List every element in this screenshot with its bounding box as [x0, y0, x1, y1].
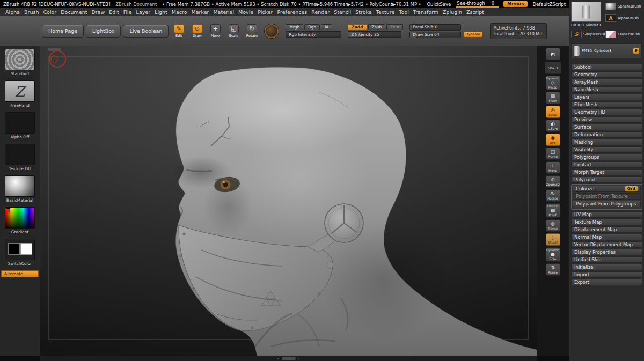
menu-item[interactable]: Layer — [134, 9, 153, 16]
tool-section-row[interactable]: Import — [571, 271, 642, 278]
simple-brush[interactable]: S SimpleBrush — [571, 31, 606, 38]
dynamic-persp-button[interactable]: Dynamic ◇ Persp — [546, 76, 560, 90]
tool-section-row[interactable]: Normal Map — [571, 234, 642, 240]
dynamic-toggle[interactable]: Dynamic — [464, 32, 482, 37]
menu-item[interactable]: Marker — [189, 9, 211, 16]
menu-item[interactable]: Tool — [397, 9, 411, 16]
menu-item[interactable]: Document — [58, 9, 89, 16]
focal-shift-slider[interactable]: Focal Shift 0 — [409, 24, 461, 31]
main-color-swatch[interactable] — [8, 243, 20, 255]
tool-section-row[interactable]: Morph Target — [571, 169, 642, 175]
color-picker[interactable]: Gradient — [0, 207, 40, 234]
tool-section-row[interactable]: Export — [571, 279, 642, 285]
tool-section-row[interactable]: Geometry HD — [571, 109, 642, 115]
menu-item[interactable]: Transform — [411, 9, 441, 16]
menu-item[interactable]: File — [121, 9, 134, 16]
quicksave-button[interactable]: QuickSave — [427, 2, 451, 7]
menu-item[interactable]: Stroke — [353, 9, 374, 16]
tool-section-row[interactable]: Display Properties — [571, 249, 642, 255]
tool-section-row[interactable]: UV Map — [571, 211, 642, 218]
section-polypaint[interactable]: Polypaint — [571, 176, 642, 183]
scale-button[interactable]: ◱ Scale — [225, 20, 241, 42]
tool-section-row[interactable]: Layers — [571, 94, 642, 100]
solo-button[interactable]: Dynamic ● Solo — [546, 247, 560, 262]
menu-item[interactable]: Color — [41, 9, 58, 16]
polyf-button[interactable]: Line Fill ▩ PolyF — [546, 203, 560, 218]
switch-color[interactable]: SwitchColor — [0, 239, 40, 266]
material-sphere-thumb[interactable] — [5, 175, 35, 197]
tool-section-row[interactable]: Initialize — [571, 264, 642, 270]
tool-section-row[interactable]: Displacement Map — [571, 226, 642, 233]
alpha-selector[interactable]: Alpha Off — [0, 112, 40, 139]
move-button[interactable]: + Move — [546, 161, 560, 174]
draw-size-slider[interactable]: Draw Size 64 — [409, 32, 461, 38]
colorize-button[interactable]: Colorize Grd — [573, 186, 641, 192]
stroke-selector[interactable]: Z FreeHand — [0, 80, 40, 108]
menu-item[interactable]: Texture — [374, 9, 397, 16]
menu-item[interactable]: Stencil — [332, 9, 353, 16]
tool-section-row[interactable]: Vector Displacement Map — [571, 241, 642, 248]
alpha-brush[interactable]: A AlphaBrush — [605, 14, 639, 22]
tool-section-row[interactable]: ArrayMesh — [571, 79, 642, 85]
mrgb-button[interactable]: Mrgb — [286, 24, 303, 30]
menu-item[interactable]: Picker — [255, 9, 275, 16]
grd-button[interactable]: Grd — [625, 186, 638, 191]
tool-section-row[interactable]: Masking — [571, 139, 642, 145]
transp-button[interactable]: ◍ Transp — [546, 219, 560, 232]
texture-selector[interactable]: Texture Off — [0, 144, 40, 171]
scroll-left-icon[interactable]: ‹ — [277, 357, 279, 361]
brush-selector[interactable]: Standard — [0, 49, 40, 76]
secondary-color-swatch[interactable] — [20, 243, 32, 255]
menu-item[interactable]: Movie — [236, 9, 255, 16]
menu-item[interactable]: Zplugin — [441, 9, 464, 16]
menu-item[interactable]: Macro — [170, 9, 189, 16]
alternate-button[interactable]: Alternate — [1, 270, 39, 277]
sphere-brush[interactable]: SphereBrush — [605, 3, 641, 10]
recent-tool[interactable]: PM3D_Cylinder3 9 — [571, 43, 642, 58]
tool-section-row[interactable]: Visibility — [571, 146, 642, 153]
zcut-button[interactable]: Zcut — [386, 24, 403, 30]
menu-item[interactable]: Render — [309, 9, 332, 16]
menu-item[interactable]: Alpha — [3, 9, 22, 16]
lsym-button[interactable]: ◐ L.Sym — [546, 120, 560, 132]
menu-item[interactable]: Material — [211, 9, 236, 16]
menu-item[interactable]: Zscript — [464, 9, 486, 16]
xpose-button[interactable]: ⇅ Xpose — [546, 263, 560, 276]
material-selector[interactable]: BasicMaterial — [0, 175, 40, 203]
stroke-preview[interactable] — [265, 24, 279, 38]
menu-item[interactable]: Light — [152, 9, 170, 16]
zsub-button[interactable]: Zsub — [368, 24, 386, 30]
xyz-sym-button[interactable]: ◉ xyz — [546, 134, 560, 146]
tool-section-row[interactable]: Unified Skin — [571, 256, 642, 263]
tool-section-row[interactable]: NanoMesh — [571, 86, 642, 93]
live-boolean-button[interactable]: Live Boolean — [123, 25, 169, 38]
menu-item[interactable]: Preferences — [275, 9, 309, 16]
tool-section-row[interactable]: Subtool — [571, 64, 642, 70]
document-viewport[interactable] — [40, 46, 537, 356]
ghost-button[interactable]: ◌ Ghost — [546, 233, 560, 246]
home-page-button[interactable]: Home Page — [42, 25, 84, 38]
switch-color-thumb[interactable] — [5, 239, 35, 260]
zscript-name[interactable]: DefaultZScript — [532, 2, 566, 7]
scrollbar-thumb[interactable] — [282, 357, 296, 360]
stroke-freehand-thumb[interactable]: Z — [5, 80, 35, 102]
rotate-button[interactable]: ↻ Rotate — [546, 189, 560, 202]
alpha-off-thumb[interactable] — [5, 112, 35, 134]
menus-button[interactable]: Menus — [503, 1, 528, 7]
alternate[interactable]: Alternate — [0, 270, 40, 277]
gradient-picker-thumb[interactable] — [5, 207, 35, 229]
polypaint-from-polygroups-button[interactable]: Polypaint From Polygroups — [573, 201, 641, 207]
tool-section-row[interactable]: Texture Map — [571, 219, 642, 225]
lightbox-button[interactable]: LightBox — [86, 25, 121, 38]
rotate-button[interactable]: ↻ Rotate — [244, 20, 260, 42]
menu-item[interactable]: Brush — [22, 9, 41, 16]
tool-section-row[interactable]: FiberMesh — [571, 101, 642, 108]
current-tool-thumb[interactable] — [571, 2, 601, 22]
move-button[interactable]: + Move — [207, 20, 223, 42]
z-intensity-slider[interactable]: Z Intensity 25 — [348, 31, 401, 38]
brush-standard-thumb[interactable] — [5, 49, 35, 70]
m-button[interactable]: M — [321, 24, 332, 30]
edit-button[interactable]: ✎ Edit — [171, 20, 187, 42]
texture-off-thumb[interactable] — [5, 144, 35, 165]
menu-item[interactable]: Draw — [89, 9, 107, 16]
